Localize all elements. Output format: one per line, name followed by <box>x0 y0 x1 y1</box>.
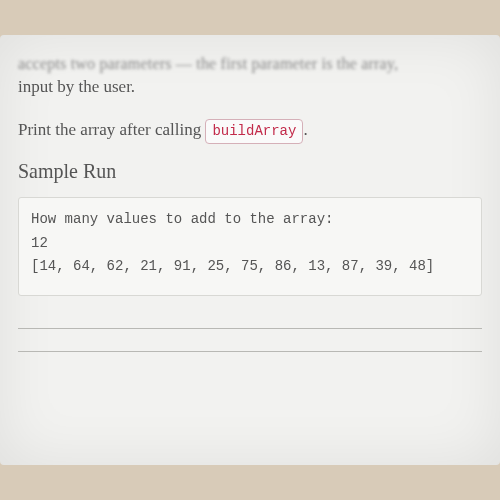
instruction-text-before: Print the array after calling <box>18 120 205 139</box>
instruction-text-after: . <box>303 120 307 139</box>
output-prompt-line: How many values to add to the array: <box>31 208 469 232</box>
section-divider <box>18 351 482 352</box>
cutoff-text-line: accepts two parameters — the first param… <box>18 55 482 73</box>
output-array-line: [14, 64, 62, 21, 91, 25, 75, 86, 13, 87,… <box>31 255 469 279</box>
output-input-line: 12 <box>31 232 469 256</box>
sample-run-heading: Sample Run <box>18 160 482 183</box>
paragraph-continuation: input by the user. <box>18 75 482 99</box>
section-divider <box>18 328 482 329</box>
instruction-paragraph: Print the array after calling buildArray… <box>18 117 482 144</box>
sample-output-box: How many values to add to the array: 12 … <box>18 197 482 296</box>
document-content: accepts two parameters — the first param… <box>18 55 482 352</box>
code-identifier-chip: buildArray <box>205 119 303 144</box>
document-viewport: accepts two parameters — the first param… <box>0 35 500 465</box>
